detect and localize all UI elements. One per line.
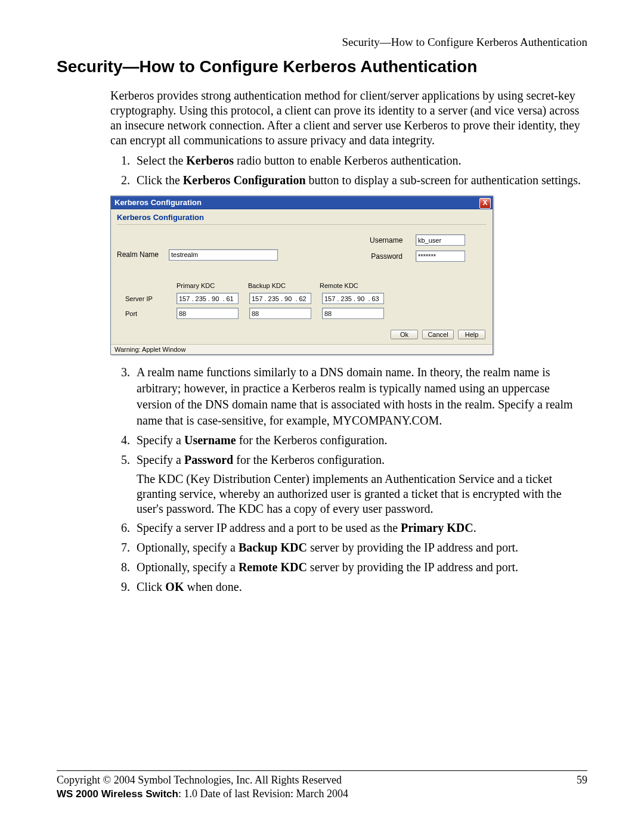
kerberos-config-dialog: Kerberos Configuration X Kerberos Config… [110,196,493,355]
steps-list-top: Select the Kerberos radio button to enab… [110,153,587,188]
ok-button[interactable]: Ok [391,330,418,339]
close-icon[interactable]: X [479,198,491,209]
remote-port-input[interactable] [322,308,384,319]
footer-version: : 1.0 Date of last Revision: March 2004 [178,788,348,800]
password-label: Password [370,252,402,261]
footer-copyright: Copyright © 2004 Symbol Technologies, In… [57,773,342,787]
step-3: A realm name functions similarly to a DN… [133,364,587,429]
realm-name-label: Realm Name [117,250,162,259]
footer-page-number: 59 [577,773,587,787]
backup-port-input[interactable] [249,308,311,319]
realm-name-input[interactable] [169,249,278,261]
dialog-button-row: Ok Cancel Help [117,330,487,339]
step-2: Click the Kerberos Configuration button … [133,172,587,188]
primary-port-input[interactable] [177,308,239,319]
username-input[interactable] [416,234,465,246]
password-input[interactable] [416,250,465,262]
steps-list-bottom: A realm name functions similarly to a DN… [110,364,587,595]
step-7: Optionally, specify a Backup KDC server … [133,540,587,556]
page-header: Security—How to Configure Kerberos Authe… [57,36,587,49]
dialog-statusbar: Warning: Applet Window [111,344,493,354]
backup-kdc-header: Backup KDC [248,282,309,289]
intro-paragraph: Kerberos provides strong authentication … [110,88,587,148]
backup-ip-input[interactable] [249,293,311,304]
step-1: Select the Kerberos radio button to enab… [133,153,587,169]
kdc-note: The KDC (Key Distribution Center) implem… [137,472,587,516]
panel-heading: Kerberos Configuration [117,213,487,225]
step-4: Specify a Username for the Kerberos conf… [133,432,587,448]
step-8: Optionally, specify a Remote KDC server … [133,559,587,575]
document-page: Security—How to Configure Kerberos Authe… [0,0,644,833]
footer-product: WS 2000 Wireless Switch [57,788,178,800]
username-label: Username [370,236,402,244]
step-6: Specify a server IP address and a port t… [133,520,587,536]
dialog-title: Kerberos Configuration [114,198,202,207]
step-9: Click OK when done. [133,579,587,595]
page-footer: Copyright © 2004 Symbol Technologies, In… [57,770,587,800]
dialog-panel: Kerberos Configuration Realm Name Userna… [111,209,493,344]
primary-ip-input[interactable] [177,293,239,304]
port-label: Port [125,310,137,317]
remote-ip-input[interactable] [322,293,384,304]
cancel-button[interactable]: Cancel [422,330,453,339]
server-ip-label: Server IP [125,295,153,302]
step-5: Specify a Password for the Kerberos conf… [133,452,587,516]
primary-kdc-header: Primary KDC [177,282,237,289]
remote-kdc-header: Remote KDC [320,282,380,289]
page-title: Security—How to Configure Kerberos Authe… [57,57,587,76]
help-button[interactable]: Help [458,330,485,339]
dialog-titlebar: Kerberos Configuration X [111,196,493,209]
